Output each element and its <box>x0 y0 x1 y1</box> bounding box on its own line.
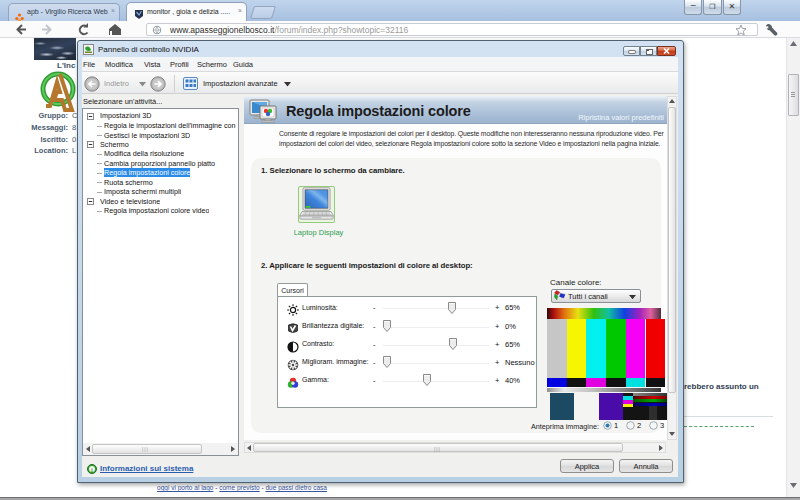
svg-text:i: i <box>91 466 93 473</box>
